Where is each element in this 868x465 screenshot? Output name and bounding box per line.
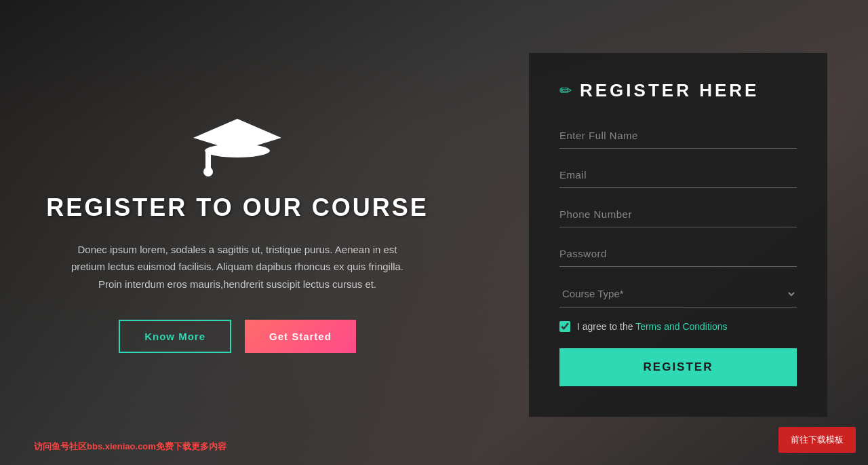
agree-text: I agree to the [577, 321, 635, 332]
know-more-button[interactable]: Know More [119, 320, 231, 353]
course-type-select[interactable]: Course Type* Online Course Offline Cours… [559, 280, 797, 308]
pencil-icon: ✏ [559, 82, 572, 100]
form-header: ✏ REGISTER HERE [559, 80, 797, 101]
left-panel: REGISTER TO OUR COURSE Donec ipsum lorem… [0, 0, 475, 465]
email-input[interactable] [559, 162, 797, 188]
download-template-button[interactable]: 前往下载模板 [778, 427, 856, 453]
svg-point-3 [203, 167, 213, 176]
phone-input[interactable] [559, 202, 797, 227]
terms-checkbox-row: I agree to the Terms and Conditions [559, 321, 797, 332]
left-title: REGISTER TO OUR COURSE [46, 193, 428, 222]
full-name-field [559, 123, 797, 149]
terms-label[interactable]: I agree to the Terms and Conditions [577, 321, 728, 332]
registration-form-panel: ✏ REGISTER HERE Course Type* Online Cour… [529, 53, 827, 417]
button-group: Know More Get Started [119, 320, 356, 353]
password-input[interactable] [559, 241, 797, 267]
terms-link[interactable]: Terms and Conditions [635, 321, 727, 332]
register-button[interactable]: Register [559, 348, 797, 386]
left-description: Donec ipsum lorem, sodales a sagittis ut… [68, 241, 407, 293]
form-title: REGISTER HERE [580, 80, 759, 101]
password-field [559, 241, 797, 267]
terms-checkbox[interactable] [559, 321, 570, 332]
watermark: 访问鱼号社区bbs.xieniao.com免费下载更多内容 [34, 441, 226, 453]
full-name-input[interactable] [559, 123, 797, 149]
get-started-button[interactable]: Get Started [245, 320, 356, 353]
email-field [559, 162, 797, 188]
svg-marker-5 [195, 120, 280, 149]
graduation-cap-icon [193, 112, 281, 180]
course-type-field: Course Type* Online Course Offline Cours… [559, 280, 797, 308]
phone-field [559, 202, 797, 227]
